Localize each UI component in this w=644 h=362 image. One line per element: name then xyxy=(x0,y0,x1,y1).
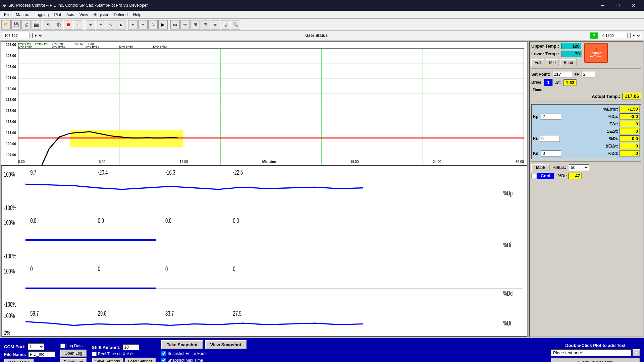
toolbar-img[interactable]: 🖼 xyxy=(54,20,63,29)
toolbar-grid[interactable]: ⊞ xyxy=(191,20,200,29)
place-text-dropdown[interactable]: ▼ xyxy=(633,349,640,356)
toolbar-wave1[interactable]: ∿ xyxy=(106,20,115,29)
cool-label: Cool xyxy=(537,173,554,179)
menu-defined[interactable]: Defined xyxy=(111,12,130,18)
error-row: %Error: -1.50 xyxy=(533,106,640,112)
toolbar-plus2[interactable]: + xyxy=(128,20,138,29)
setpoint-input[interactable] xyxy=(552,71,572,77)
ki-input[interactable] xyxy=(540,136,560,142)
shift-group: Shift Amount: Real Time on X-Axis Save S… xyxy=(92,344,156,362)
mark-button[interactable]: Mark xyxy=(531,164,550,171)
auto-scale-button[interactable]: Auto Scale Y xyxy=(4,359,34,362)
band-button[interactable]: Band xyxy=(560,59,577,66)
com-port-select[interactable]: 1 xyxy=(28,343,44,350)
realtime-checkbox[interactable] xyxy=(92,352,97,356)
svg-text:-100%: -100% xyxy=(4,301,16,309)
cool-checkbox[interactable] xyxy=(531,174,536,178)
lower-temp-row: Lower Temp.: xyxy=(531,51,582,57)
toolbar-stop[interactable]: ⏹ xyxy=(64,20,73,29)
toolbar-minus2[interactable]: − xyxy=(138,20,148,29)
bias-select[interactable]: 50 xyxy=(569,164,589,171)
svg-text:0: 0 xyxy=(98,265,100,273)
svg-text:0%: 0% xyxy=(4,329,10,337)
coords-input[interactable] xyxy=(3,33,30,38)
toolbar-open[interactable]: 📂 xyxy=(1,20,11,29)
toolbar-zoom[interactable]: 🔍 xyxy=(231,20,240,29)
mark-row: Mark %Bias: 50 xyxy=(531,164,641,171)
dbl-click-label: Double-Click Plot to add Text xyxy=(551,343,640,348)
menu-view[interactable]: View xyxy=(77,12,91,18)
menu-register[interactable]: Register xyxy=(91,12,111,18)
file-name-input[interactable] xyxy=(28,351,55,357)
toolbar-plus[interactable]: + xyxy=(86,20,95,29)
auto-scale-row: Auto Scale Y xyxy=(4,359,55,362)
main-chart[interactable]: P=0.1 I=0 P=0.5 I=0 P=1 I=0 P=2 I=0 Cool… xyxy=(1,42,527,166)
svg-text:-22.5: -22.5 xyxy=(233,169,243,176)
clear-text-button[interactable]: Clear Text on Plot xyxy=(551,358,640,362)
value-dropdown[interactable]: ▼ xyxy=(630,33,641,38)
sub-charts[interactable]: 100% -100% 9.7 -20.4 -16.3 -22.5 %Dp 100… xyxy=(1,166,527,337)
svg-text:-100%: -100% xyxy=(4,204,16,212)
snapshot-max-row: Snapshot Max Time xyxy=(161,358,247,362)
status-indicator[interactable]: ? xyxy=(590,33,598,39)
open-log-button[interactable]: Open Log xyxy=(60,350,87,357)
menu-logging[interactable]: Logging xyxy=(32,12,52,18)
value-input[interactable] xyxy=(601,33,628,38)
toolbar-back[interactable]: ← xyxy=(74,20,83,29)
toolbar-save[interactable]: 💾 xyxy=(11,20,21,29)
close-button[interactable]: ✕ xyxy=(626,0,641,11)
save-settings-button[interactable]: Save Settings xyxy=(92,358,123,362)
view-snapshot-button[interactable]: View Snapshot xyxy=(205,340,247,349)
toolbar-chart[interactable]: 📊 xyxy=(221,20,230,29)
setpoint-label: Set Point: xyxy=(531,72,550,77)
toolbar-wave2[interactable]: ▲ xyxy=(116,20,125,29)
place-text-input[interactable] xyxy=(551,349,631,356)
sub-charts-svg: 100% -100% 9.7 -20.4 -16.3 -22.5 %Dp 100… xyxy=(1,166,527,337)
log-data-label: Log Data xyxy=(66,344,83,348)
coords-dropdown[interactable]: ▼ xyxy=(32,33,43,38)
take-snapshot-button[interactable]: Take Snapshot xyxy=(161,340,203,349)
delete-log-button[interactable]: Delete Log xyxy=(60,358,87,362)
toolbar-table[interactable]: ⊟ xyxy=(201,20,210,29)
toolbar-wave3[interactable]: ∿ xyxy=(148,20,158,29)
kd-input[interactable] xyxy=(541,150,561,157)
pm-input[interactable] xyxy=(582,71,595,77)
drive-label: Drive xyxy=(531,80,541,85)
kp-input[interactable] xyxy=(541,114,561,120)
full-button[interactable]: Full xyxy=(531,59,544,66)
toolbar-wave4[interactable]: ▶ xyxy=(158,20,168,29)
shift-amount-label: Shift Amount: xyxy=(92,345,120,350)
load-settings-button[interactable]: Load Settings xyxy=(125,358,156,362)
menu-file[interactable]: File xyxy=(1,12,13,18)
dt-label: %Dt: xyxy=(558,174,567,178)
toolbar-screenshot[interactable]: 📷 xyxy=(32,20,41,29)
snapshot-entire-label: Snapshot Entire Form xyxy=(167,351,207,356)
actual-temp-label: Actual Temp.: xyxy=(592,94,620,99)
maximize-button[interactable]: □ xyxy=(610,0,626,11)
toolbar-rect[interactable]: ▭ xyxy=(170,20,180,29)
shift-amount-input[interactable] xyxy=(122,344,139,350)
snapshot-entire-checkbox[interactable] xyxy=(161,351,166,356)
y-axis: 127.00 125.00 123.00 121.00 119.00 117.0… xyxy=(1,42,18,158)
toolbar-minus[interactable]: − xyxy=(96,20,105,29)
toolbar-pencil[interactable]: ✏ xyxy=(180,20,190,29)
minimize-button[interactable]: ─ xyxy=(595,0,610,11)
bottom-panel: COM Port: 1 File Name: Auto Scale Y Log … xyxy=(0,338,644,362)
menu-plot[interactable]: Plot xyxy=(51,12,64,18)
toolbar-print[interactable]: 🖨 xyxy=(21,20,31,29)
error-label: %Error: xyxy=(603,107,618,112)
mid-button[interactable]: Mid xyxy=(546,59,559,66)
di-label: %Di: xyxy=(609,136,618,141)
cool-row: Cool %Dt: 47 xyxy=(531,173,641,179)
temp-section: Upper Temp.: Lower Temp.: Full Mid Band … xyxy=(531,43,641,66)
toolbar-pointer[interactable]: ↖ xyxy=(44,20,53,29)
toolbar-list[interactable]: ≡ xyxy=(211,20,220,29)
menu-macros[interactable]: Macros xyxy=(13,12,32,18)
lower-temp-input[interactable] xyxy=(561,51,582,57)
menu-axis[interactable]: Axis xyxy=(64,12,77,18)
log-data-checkbox[interactable] xyxy=(60,344,65,348)
upper-temp-input[interactable] xyxy=(561,43,581,49)
menu-help[interactable]: Help xyxy=(130,12,144,18)
snapshot-max-checkbox[interactable] xyxy=(161,358,166,362)
delta-t-value: 1.63 xyxy=(564,79,577,86)
